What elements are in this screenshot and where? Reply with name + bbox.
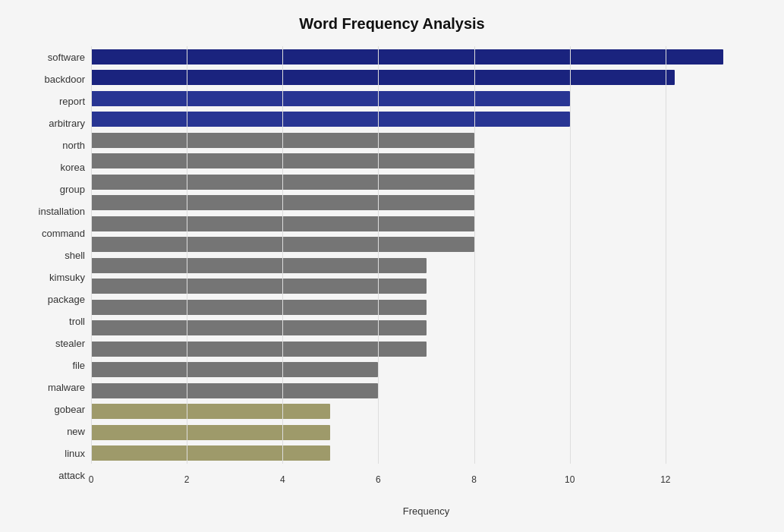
x-tick-label: 6 [376, 474, 381, 485]
bar-row [91, 89, 761, 109]
bar-row [91, 172, 761, 192]
y-label: troll [69, 312, 85, 332]
bar [91, 362, 378, 377]
x-tick-label: 0 [89, 474, 94, 485]
y-label: attack [58, 466, 85, 486]
bar [91, 133, 474, 148]
bar [91, 300, 427, 315]
bar-row [91, 47, 761, 67]
x-tick-label: 4 [280, 474, 285, 485]
x-tick-label: 12 [660, 474, 670, 485]
bar-row [91, 68, 761, 87]
bar [91, 70, 675, 85]
y-label: shell [65, 246, 85, 266]
bar [91, 153, 474, 168]
x-tick-label: 2 [184, 474, 190, 485]
y-label: north [62, 136, 85, 156]
y-label: korea [60, 158, 85, 178]
y-label: package [48, 290, 85, 310]
bar [91, 404, 330, 419]
bar [91, 175, 474, 190]
y-label: installation [39, 202, 85, 222]
bar-row [91, 339, 761, 359]
y-label: malware [48, 378, 85, 398]
bar-row [91, 381, 761, 401]
bar-row [91, 423, 761, 442]
bar [91, 383, 378, 398]
bar-row [91, 297, 761, 317]
bar [91, 320, 427, 335]
bar [91, 91, 570, 106]
x-axis: Frequency 024681012 [91, 464, 761, 486]
bar-row [91, 214, 761, 234]
y-label: software [48, 48, 85, 68]
x-tick-label: 8 [471, 474, 477, 485]
chart-area: softwarebackdoorreportarbitrarynorthkore… [23, 46, 761, 486]
bar [91, 425, 330, 440]
bar-row [91, 401, 761, 421]
bar [91, 279, 427, 294]
y-label: group [60, 180, 85, 200]
x-tick-label: 10 [565, 474, 575, 485]
bars-wrapper [91, 46, 761, 486]
y-label: report [59, 92, 85, 112]
bar [91, 49, 723, 65]
y-label: arbitrary [49, 114, 85, 134]
y-label: backdoor [45, 70, 85, 90]
y-label: linux [65, 444, 85, 464]
y-label: kimsuky [49, 268, 85, 288]
bar [91, 342, 427, 357]
bar [91, 216, 474, 231]
bar [91, 258, 427, 273]
bar [91, 112, 570, 127]
x-axis-label: Frequency [403, 505, 449, 517]
bar-row [91, 109, 761, 129]
chart-title: Word Frequency Analysis [23, 15, 761, 33]
bars-and-grid: Frequency 024681012 [91, 46, 761, 486]
y-label: gobear [55, 400, 85, 420]
bar-row [91, 256, 761, 275]
bar-row [91, 276, 761, 296]
bar-row [91, 235, 761, 254]
bar-row [91, 318, 761, 338]
bar-row [91, 360, 761, 379]
bar-row [91, 131, 761, 150]
y-labels: softwarebackdoorreportarbitrarynorthkore… [23, 46, 91, 486]
y-label: stealer [55, 334, 85, 354]
bar-row [91, 151, 761, 171]
y-label: command [42, 224, 85, 244]
y-label: new [67, 422, 85, 442]
bar [91, 195, 474, 210]
bar-row [91, 443, 761, 463]
y-label: file [72, 356, 85, 376]
chart-container: Word Frequency Analysis softwarebackdoor… [0, 0, 784, 532]
bar-row [91, 193, 761, 212]
bar [91, 237, 474, 252]
bar [91, 445, 330, 461]
